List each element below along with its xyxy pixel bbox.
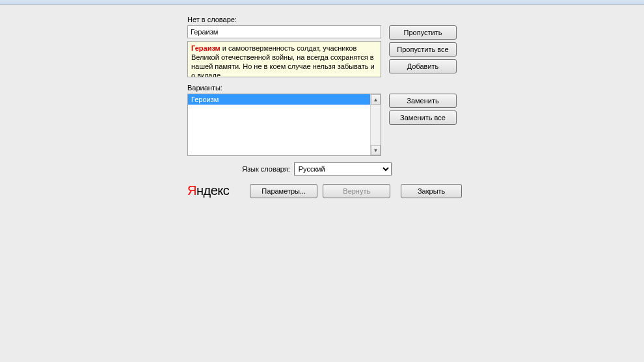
scroll-down-icon[interactable]: ▼ — [371, 145, 381, 155]
skip-all-button[interactable]: Пропустить все — [389, 42, 457, 57]
variants-inner: Героизм — [188, 94, 370, 155]
replace-button[interactable]: Заменить — [389, 94, 457, 108]
variants-scrollbar[interactable]: ▲ ▼ — [370, 94, 381, 155]
misspelled-word-input[interactable] — [187, 25, 381, 38]
dictionary-language-label: Язык словаря: — [242, 165, 290, 173]
bottom-row: Яндекс Параметры... Вернуть Закрыть — [187, 183, 462, 198]
variant-item[interactable]: Героизм — [188, 94, 370, 105]
variants-row: Героизм ▲ ▼ Заменить Заменить все — [187, 94, 462, 156]
skip-button[interactable]: Пропустить — [389, 25, 457, 40]
window-top-strip — [0, 0, 644, 5]
not-in-dict-left: Гераизм и самоотверженность солдат, учас… — [187, 25, 381, 77]
revert-button[interactable]: Вернуть — [323, 184, 390, 198]
not-in-dict-row: Гераизм и самоотверженность солдат, учас… — [187, 25, 462, 77]
skip-buttons-col: Пропустить Пропустить все Добавить — [389, 25, 457, 73]
replace-all-button[interactable]: Заменить все — [389, 110, 457, 125]
not-in-dictionary-label: Нет в словаре: — [187, 16, 462, 23]
variants-listbox[interactable]: Героизм ▲ ▼ — [187, 94, 381, 156]
context-misspelled-word: Гераизм — [191, 44, 221, 52]
add-button[interactable]: Добавить — [389, 59, 457, 73]
logo-rest: ндекс — [196, 183, 229, 198]
yandex-logo: Яндекс — [187, 183, 229, 198]
scroll-up-icon[interactable]: ▲ — [371, 94, 381, 105]
variants-label: Варианты: — [187, 84, 462, 92]
variants-left: Героизм ▲ ▼ — [187, 94, 381, 156]
variants-section: Варианты: Героизм ▲ ▼ Заменить Заменить … — [187, 84, 462, 156]
context-preview: Гераизм и самоотверженность солдат, учас… — [187, 41, 381, 77]
close-button[interactable]: Закрыть — [401, 184, 462, 198]
logo-first-letter: Я — [187, 183, 196, 198]
language-select[interactable]: Русский — [294, 162, 392, 175]
spellcheck-dialog: Нет в словаре: Гераизм и самоотверженнос… — [187, 16, 462, 198]
language-row: Язык словаря: Русский — [187, 162, 462, 175]
replace-buttons-col: Заменить Заменить все — [389, 94, 457, 125]
bottom-buttons: Параметры... Вернуть — [250, 184, 390, 198]
params-button[interactable]: Параметры... — [250, 184, 317, 198]
